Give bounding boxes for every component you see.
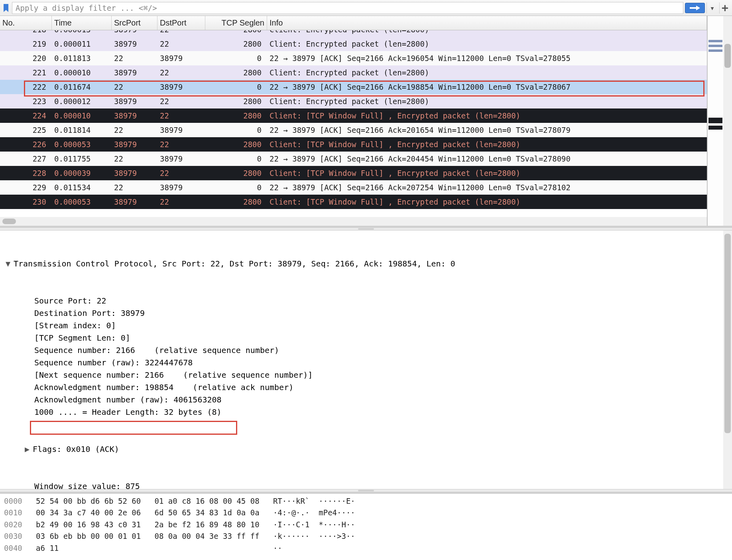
cell-dstport: 22 [157,97,205,106]
cell-srcport: 38979 [112,68,157,77]
cell-no: 222 [0,83,52,91]
cell-seglen: 0 [205,126,267,134]
packet-bytes-pane[interactable]: 0000 52 54 00 bb d6 6b 52 60 01 a0 c8 16… [0,492,732,560]
column-header-info[interactable]: Info [267,16,707,30]
packet-row[interactable]: 2250.0118142238979022 → 38979 [ACK] Seq=… [0,123,707,137]
cell-srcport: 22 [112,154,157,163]
detail-line[interactable]: [TCP Segment Len: 0] [2,332,723,344]
packet-list-pane: No. Time SrcPort DstPort TCP Seglen Info… [0,16,707,226]
packet-minimap[interactable] [707,16,723,226]
cell-no: 220 [0,54,52,63]
display-filter-input[interactable] [12,2,683,14]
cell-dstport: 22 [157,111,205,120]
cell-dstport: 38979 [157,83,205,91]
cell-info: Client: [TCP Window Full] , Encrypted pa… [267,169,707,177]
cell-seglen: 0 [205,83,267,91]
packet-list-vscrollbar[interactable] [723,16,732,226]
calculated-window-highlight [30,421,237,435]
packet-row[interactable]: 2240.00001038979222800Client: [TCP Windo… [0,108,707,123]
column-header-seglen[interactable]: TCP Seglen [205,16,267,30]
disclosure-triangle-open-icon[interactable]: ▼ [2,258,14,270]
cell-info: Client: Encrypted packet (len=2800) [267,39,707,48]
detail-line[interactable]: Destination Port: 38979 [2,307,723,319]
cell-seglen: 2800 [205,97,267,106]
hex-row[interactable]: 0020 b2 49 00 16 98 43 c0 31 2a be f2 16… [4,519,732,530]
tree-item-flags[interactable]: ▶ Flags: 0x010 (ACK) [2,443,723,455]
cell-no: 224 [0,111,52,120]
cell-info: Client: Encrypted packet (len=2800) [267,97,707,106]
packet-row[interactable]: 2280.00003938979222800Client: [TCP Windo… [0,166,707,180]
cell-time: 0.000013 [52,30,112,34]
add-filter-button[interactable]: + [719,2,730,14]
packet-row[interactable]: 2180.00001338979222800Client: Encrypted … [0,30,707,37]
detail-line[interactable]: Sequence number: 2166 (relative sequence… [2,344,723,357]
cell-seglen: 0 [205,54,267,63]
cell-info: 22 → 38979 [ACK] Seq=2166 Ack=198854 Win… [267,83,707,91]
detail-line[interactable]: [Next sequence number: 2166 (relative se… [2,369,723,381]
cell-seglen: 2800 [205,197,267,206]
cell-time: 0.011813 [52,54,112,63]
column-header-dstport[interactable]: DstPort [157,16,205,30]
column-header-time[interactable]: Time [52,16,112,30]
packet-row[interactable]: 2190.00001138979222800Client: Encrypted … [0,37,707,51]
hex-row[interactable]: 0040 a6 11 ·· [4,542,732,554]
packet-row[interactable]: 2290.0115342238979022 → 38979 [ACK] Seq=… [0,180,707,195]
disclosure-triangle-closed-icon[interactable]: ▶ [22,443,33,455]
cell-srcport: 22 [112,183,157,192]
cell-info: 22 → 38979 [ACK] Seq=2166 Ack=207254 Win… [267,183,707,192]
cell-no: 227 [0,154,52,163]
detail-line[interactable]: Sequence number (raw): 3224447678 [2,357,723,369]
cell-dstport: 22 [157,30,205,34]
tree-item-tcp[interactable]: ▼ Transmission Control Protocol, Src Por… [2,258,723,270]
cell-time: 0.000039 [52,169,112,177]
tcp-header-line: Transmission Control Protocol, Src Port:… [14,258,455,270]
cell-srcport: 38979 [112,169,157,177]
cell-info: Client: [TCP Window Full] , Encrypted pa… [267,197,707,206]
cell-srcport: 38979 [112,39,157,48]
cell-dstport: 22 [157,68,205,77]
cell-info: Client: Encrypted packet (len=2800) [267,30,707,34]
filter-history-dropdown[interactable]: ▾ [706,2,718,14]
packet-row[interactable]: 2200.0118132238979022 → 38979 [ACK] Seq=… [0,51,707,65]
flags-line: Flags: 0x010 (ACK) [33,443,119,455]
cell-dstport: 22 [157,197,205,206]
cell-no: 230 [0,197,52,206]
packet-row[interactable]: 2270.0117552238979022 → 38979 [ACK] Seq=… [0,152,707,166]
cell-dstport: 38979 [157,126,205,134]
packet-row[interactable]: 2230.00001238979222800Client: Encrypted … [0,94,707,108]
packet-row[interactable]: 2220.0116742238979022 → 38979 [ACK] Seq=… [0,80,707,94]
hex-row[interactable]: 0030 03 6b eb bb 00 00 01 01 08 0a 00 04… [4,530,732,542]
cell-time: 0.000053 [52,197,112,206]
packet-row[interactable]: 2210.00001038979222800Client: Encrypted … [0,65,707,80]
packet-row[interactable]: 2260.00005338979222800Client: [TCP Windo… [0,137,707,152]
cell-dstport: 38979 [157,183,205,192]
bookmark-icon[interactable] [2,3,10,13]
filter-toolbar: ▾ + [0,0,732,16]
cell-info: 22 → 38979 [ACK] Seq=2166 Ack=201654 Win… [267,126,707,134]
hex-row[interactable]: 0000 52 54 00 bb d6 6b 52 60 01 a0 c8 16… [4,495,732,507]
column-header-srcport[interactable]: SrcPort [112,16,157,30]
pane-splitter-top[interactable] [0,227,732,231]
cell-no: 228 [0,169,52,177]
column-header-no[interactable]: No. [0,16,52,30]
detail-line[interactable]: Window size value: 875 [2,480,723,489]
cell-time: 0.011674 [52,83,112,91]
details-vscrollbar[interactable] [723,231,732,489]
cell-dstport: 38979 [157,54,205,63]
detail-line[interactable]: [Stream index: 0] [2,319,723,332]
detail-line[interactable]: 1000 .... = Header Length: 32 bytes (8) [2,406,723,418]
apply-filter-button[interactable] [685,3,705,13]
hex-row[interactable]: 0010 00 34 3a c7 40 00 2e 06 6d 50 65 34… [4,507,732,519]
cell-dstport: 38979 [157,154,205,163]
detail-line[interactable]: Acknowledgment number (raw): 4061563208 [2,394,723,406]
packet-rows[interactable]: 2180.00001338979222800Client: Encrypted … [0,30,707,217]
cell-info: Client: [TCP Window Full] , Encrypted pa… [267,140,707,149]
detail-line[interactable]: Source Port: 22 [2,295,723,307]
cell-srcport: 38979 [112,97,157,106]
packet-list-hscrollbar[interactable] [0,217,707,226]
pane-splitter-bottom[interactable] [0,489,732,492]
detail-line[interactable]: Acknowledgment number: 198854 (relative … [2,381,723,394]
cell-no: 223 [0,97,52,106]
packet-row[interactable]: 2300.00005338979222800Client: [TCP Windo… [0,195,707,209]
cell-dstport: 22 [157,140,205,149]
